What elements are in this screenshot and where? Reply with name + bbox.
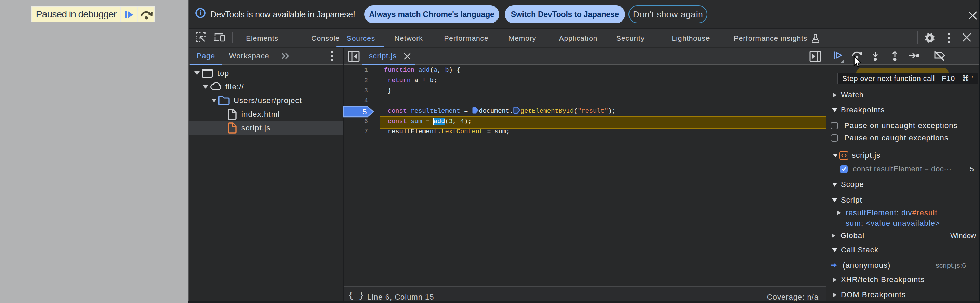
svg-text:5: 5 <box>363 108 367 117</box>
